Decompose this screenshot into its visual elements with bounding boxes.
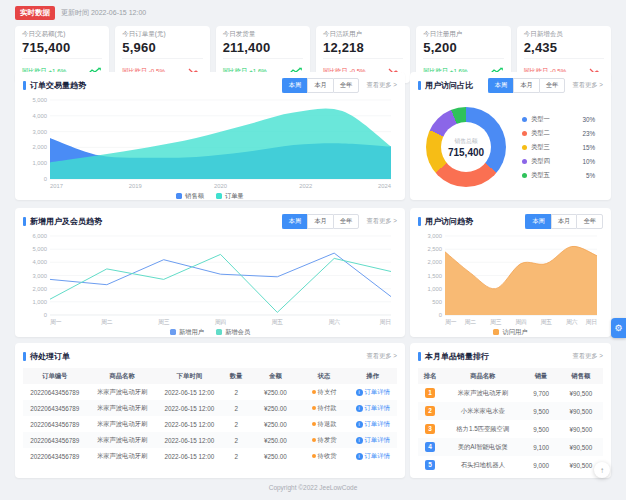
table-row: 2小米米家电水壶9,500¥90,500: [418, 402, 603, 420]
svg-text:周二: 周二: [465, 319, 477, 325]
panel-pending-orders: 待处理订单 查看更多 > 订单编号商品名称下单时间数量金额状态操作 202206…: [15, 343, 405, 478]
legend-item: 订单量: [216, 192, 244, 201]
pie-legend-swatch: [522, 173, 527, 178]
cell-action: i订单详情: [348, 416, 397, 432]
title-accent-bar: [23, 352, 26, 361]
back-to-top-button[interactable]: ↑: [594, 462, 610, 478]
svg-text:周五: 周五: [272, 319, 284, 325]
charts-row-2: 新增用户及会员趋势 本周本月全年 查看更多 > 01,0002,0003,000…: [15, 208, 611, 337]
svg-text:2,500: 2,500: [427, 246, 442, 252]
cell-order_no: 20220643456789: [23, 432, 87, 448]
legend-label: 访问用户: [502, 328, 527, 337]
tab-本周[interactable]: 本周: [488, 78, 514, 93]
legend-swatch: [216, 193, 222, 199]
column-header: 销售额: [559, 368, 603, 384]
floating-settings-button[interactable]: ⚙: [611, 318, 626, 338]
order-detail-link[interactable]: i订单详情: [356, 436, 390, 443]
cell-rank: 5: [418, 456, 442, 474]
panel-title: 新增用户及会员趋势: [30, 216, 102, 227]
column-header: 数量: [221, 368, 251, 384]
panel-title: 待处理订单: [30, 351, 70, 362]
cell-action: i订单详情: [348, 448, 397, 464]
kpi-label: 今日注册用户: [423, 30, 503, 39]
cell-qty: 2: [221, 400, 251, 416]
cell-amount: ¥250.00: [251, 400, 300, 416]
panel-ranking: 本月单品销量排行 查看更多 > 排名商品名称销量销售额 1米家声波电动牙刷9,7…: [410, 343, 611, 478]
order-detail-label: 订单详情: [365, 388, 390, 395]
tab-本月[interactable]: 本月: [551, 214, 577, 229]
cell-amount: ¥250.00: [251, 432, 300, 448]
cell-action: i订单详情: [348, 432, 397, 448]
pie-legend-label: 类型二: [531, 129, 550, 138]
tab-全年[interactable]: 全年: [333, 214, 360, 229]
svg-text:0: 0: [439, 312, 442, 318]
svg-text:1,000: 1,000: [32, 299, 47, 305]
svg-text:4,000: 4,000: [32, 259, 47, 265]
tab-本周[interactable]: 本周: [282, 214, 308, 229]
title-accent-bar: [418, 352, 421, 361]
order-detail-label: 订单详情: [365, 452, 390, 459]
tab-全年[interactable]: 全年: [333, 78, 360, 93]
cell-rank: 1: [418, 384, 442, 402]
panel-orders-trend: 订单交易量趋势 本周本月全年 查看更多 > 01,0002,0003,0004,…: [15, 72, 405, 200]
tab-本月[interactable]: 本月: [307, 214, 333, 229]
period-tabs: 本周本月全年: [525, 214, 603, 229]
column-header: 排名: [418, 368, 442, 384]
tab-本月[interactable]: 本月: [307, 78, 333, 93]
ranking-table: 排名商品名称销量销售额 1米家声波电动牙刷9,700¥90,5002小米米家电水…: [418, 368, 603, 474]
cell-rank: 3: [418, 420, 442, 438]
cell-order_no: 20220643456789: [23, 400, 87, 416]
column-header: 操作: [348, 368, 397, 384]
svg-text:2,000: 2,000: [427, 259, 442, 265]
svg-text:4,000: 4,000: [32, 113, 47, 119]
tab-全年[interactable]: 全年: [539, 78, 566, 93]
pie-legend-item: 类型五5%: [522, 168, 599, 182]
title-accent-bar: [418, 81, 421, 90]
view-more-link[interactable]: 查看更多 >: [366, 217, 397, 226]
pie-legend-swatch: [522, 145, 527, 150]
kpi-value: 5,960: [122, 40, 202, 55]
view-more-link[interactable]: 查看更多 >: [572, 352, 603, 361]
view-more-link[interactable]: 查看更多 >: [366, 352, 397, 361]
cell-qty: 2: [221, 432, 251, 448]
view-more-link[interactable]: 查看更多 >: [572, 81, 603, 90]
pie-legend-item: 类型四10%: [522, 154, 599, 168]
order-detail-link[interactable]: i订单详情: [356, 452, 390, 459]
order-detail-link[interactable]: i订单详情: [356, 404, 390, 411]
table-row: 5石头扫地机器人9,000¥90,500: [418, 456, 603, 474]
tab-本周[interactable]: 本周: [282, 78, 308, 93]
title-accent-bar: [23, 81, 26, 90]
order-detail-link[interactable]: i订单详情: [356, 388, 390, 395]
order-detail-label: 订单详情: [365, 436, 390, 443]
orders-trend-chart: 01,0002,0003,0004,0005,00020172019202020…: [23, 95, 397, 190]
legend-item: 销售额: [176, 192, 204, 201]
svg-text:2,000: 2,000: [32, 144, 47, 150]
panel-visit-share: 用户访问占比 本周本月全年 查看更多 > 销售总额 715,400 类型一30%…: [410, 72, 611, 200]
info-circle-icon: i: [356, 389, 363, 396]
page-title-badge: 实时数据: [15, 6, 55, 20]
svg-text:0: 0: [44, 176, 47, 182]
cell-sales: 9,700: [523, 384, 558, 402]
svg-text:2020: 2020: [214, 183, 227, 189]
pie-legend-value: 15%: [582, 144, 599, 151]
legend-label: 新增用户: [179, 328, 204, 337]
svg-text:3,000: 3,000: [32, 273, 47, 279]
svg-text:周日: 周日: [379, 319, 391, 326]
top-bar: 实时数据 更新时间 2022-06-15 12:00: [15, 5, 146, 20]
cell-revenue: ¥90,500: [559, 438, 603, 456]
cell-product: 米家声波电动牙刷: [87, 416, 158, 432]
kpi-label: 今日发货量: [223, 30, 303, 39]
view-more-link[interactable]: 查看更多 >: [366, 81, 397, 90]
tab-全年[interactable]: 全年: [576, 214, 603, 229]
svg-text:周五: 周五: [541, 319, 553, 325]
tab-本周[interactable]: 本周: [525, 214, 551, 229]
order-detail-link[interactable]: i订单详情: [356, 420, 390, 427]
info-circle-icon: i: [356, 421, 363, 428]
tab-本月[interactable]: 本月: [513, 78, 539, 93]
table-row: 3格力1.5匹变频空调9,500¥90,500: [418, 420, 603, 438]
svg-text:周日: 周日: [585, 319, 597, 326]
gear-icon: ⚙: [614, 323, 622, 333]
svg-text:3,000: 3,000: [32, 129, 47, 135]
pie-legend-value: 10%: [582, 158, 599, 165]
panel-title: 订单交易量趋势: [30, 80, 86, 91]
